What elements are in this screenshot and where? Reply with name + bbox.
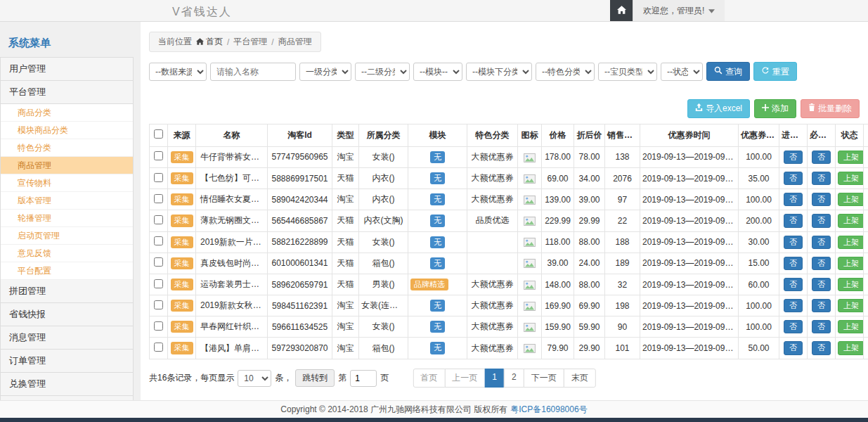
must-buy-toggle[interactable]: 否 — [812, 193, 831, 206]
status-button[interactable]: 上架 — [838, 214, 864, 227]
home-button[interactable] — [610, 0, 633, 21]
filter-module-subcategory[interactable]: --模块下分类-- — [466, 63, 532, 81]
sidebar-item-2[interactable]: 商品分类 — [1, 104, 133, 122]
row-checkbox[interactable] — [154, 279, 163, 288]
row-checkbox[interactable] — [154, 194, 163, 203]
breadcrumb-home-link[interactable]: 首页 — [196, 36, 223, 48]
filter-module[interactable]: --模块-- — [413, 63, 462, 81]
module-cell: 无 — [408, 252, 467, 274]
sidebar-item-1[interactable]: 平台管理 — [1, 81, 133, 104]
icp-link[interactable]: 粤ICP备16098006号 — [510, 404, 587, 416]
status-button[interactable]: 上架 — [838, 236, 864, 249]
select-all-checkbox[interactable] — [154, 129, 163, 139]
sidebar-item-3[interactable]: 模块商品分类 — [1, 122, 133, 139]
must-buy-toggle[interactable]: 否 — [812, 320, 831, 333]
pagination-page-1[interactable]: 1 — [484, 369, 505, 388]
feature-category: 品质优选 — [467, 210, 518, 231]
status-button[interactable]: 上架 — [838, 172, 864, 185]
must-buy-toggle[interactable]: 否 — [812, 341, 831, 354]
pagination-last[interactable]: 末页 — [564, 369, 596, 388]
feature-category: 大额优惠券 — [467, 189, 518, 210]
sidebar-item-5[interactable]: 商品管理 — [1, 157, 133, 174]
import-select-toggle[interactable]: 否 — [784, 214, 803, 227]
jump-button[interactable]: 跳转到 — [295, 369, 335, 387]
must-buy-toggle[interactable]: 否 — [812, 257, 831, 270]
import-select-toggle[interactable]: 否 — [784, 299, 803, 312]
must-buy-toggle[interactable]: 否 — [812, 299, 831, 312]
import-excel-button[interactable]: 导入excel — [687, 99, 750, 117]
sidebar-item-14[interactable]: 消息管理 — [1, 326, 133, 350]
batch-delete-button[interactable]: 批量删除 — [801, 99, 860, 117]
import-select-toggle[interactable]: 否 — [784, 257, 803, 270]
must-buy-toggle[interactable]: 否 — [812, 172, 831, 185]
sidebar-item-16[interactable]: 兑换管理 — [1, 373, 133, 396]
table-row: 采集情侣睡衣女夏长袖男士...589042420344淘宝内衣()无大额优惠券1… — [150, 189, 868, 210]
import-select-toggle[interactable]: 否 — [784, 193, 803, 206]
sidebar-item-4[interactable]: 特色分类 — [1, 139, 133, 157]
add-button[interactable]: 添加 — [754, 99, 796, 117]
row-checkbox[interactable] — [154, 236, 163, 245]
page-number-input[interactable] — [350, 370, 377, 387]
discount-price: 34.00 — [574, 167, 605, 188]
status-button[interactable]: 上架 — [838, 193, 864, 206]
import-select-toggle[interactable]: 否 — [784, 341, 803, 354]
row-checkbox[interactable] — [154, 215, 163, 224]
user-menu[interactable]: 欢迎您，管理员! — [633, 0, 725, 21]
import-select-toggle[interactable]: 否 — [784, 278, 803, 291]
coupon-time: 2019-09-13—2019-09-17 — [640, 295, 739, 316]
discount-price: 29.99 — [574, 210, 605, 231]
filter-item-type[interactable]: --宝贝类型-- — [598, 63, 657, 81]
import-select-toggle[interactable]: 否 — [784, 236, 803, 249]
import-select-toggle[interactable]: 否 — [784, 320, 803, 333]
status-button[interactable]: 上架 — [838, 299, 864, 312]
must-buy-toggle[interactable]: 否 — [812, 151, 831, 164]
sidebar-item-0[interactable]: 用户管理 — [1, 58, 133, 81]
status-button[interactable]: 上架 — [838, 151, 864, 164]
table-row: 采集2019新款一片式系...588216228899天猫女装()无118.00… — [150, 231, 868, 252]
source-badge: 采集 — [171, 151, 193, 163]
row-checkbox[interactable] — [154, 151, 163, 160]
filter-data-source[interactable]: --数据来源-- — [149, 63, 207, 81]
pagination-page-2[interactable]: 2 — [504, 369, 524, 388]
sidebar-item-9[interactable]: 启动页管理 — [1, 227, 133, 245]
status-button[interactable]: 上架 — [838, 320, 864, 333]
module-cell: 品牌精选爱上运动 — [408, 274, 467, 295]
row-checkbox[interactable] — [154, 300, 163, 309]
sidebar-item-11[interactable]: 平台配置 — [1, 262, 133, 280]
filter-status[interactable]: --状态-- — [661, 63, 703, 81]
sidebar-item-8[interactable]: 轮播管理 — [1, 210, 133, 227]
pagination-next[interactable]: 下一页 — [524, 369, 564, 388]
must-buy-toggle[interactable]: 否 — [812, 278, 831, 291]
import-select-toggle[interactable]: 否 — [784, 172, 803, 185]
sidebar-item-7[interactable]: 版本管理 — [1, 192, 133, 210]
sidebar-item-13[interactable]: 省钱快报 — [1, 303, 133, 326]
status-button[interactable]: 上架 — [838, 257, 864, 270]
sidebar-item-15[interactable]: 订单管理 — [1, 350, 133, 373]
product-name: 【港风】单肩斜挎链条... — [196, 338, 268, 359]
row-checkbox[interactable] — [154, 321, 163, 331]
row-checkbox[interactable] — [154, 173, 163, 182]
pagination-prev[interactable]: 上一页 — [444, 369, 485, 388]
import-select-toggle[interactable]: 否 — [784, 151, 803, 164]
coupon-time: 2019-09-13—2019-09-18 — [640, 167, 739, 188]
search-button[interactable]: 查询 — [706, 62, 750, 81]
product-name: 薄款无钢圈文胸聚拢性... — [196, 210, 268, 231]
must-buy-toggle[interactable]: 否 — [812, 214, 831, 227]
status-button[interactable]: 上架 — [838, 278, 864, 291]
reset-button[interactable]: 重置 — [753, 62, 797, 81]
per-page-select[interactable]: 10 — [238, 370, 271, 387]
filter-category-level2[interactable]: --二级分类-- — [355, 63, 410, 81]
must-buy-toggle[interactable]: 否 — [812, 236, 831, 249]
pagination-first[interactable]: 首页 — [413, 369, 445, 388]
name-search-input[interactable] — [210, 63, 296, 81]
row-checkbox[interactable] — [154, 257, 163, 267]
filter-category-level1[interactable]: 一级分类 — [299, 63, 351, 81]
coupon-time: 2019-09-13—2019-09-17 — [640, 146, 739, 167]
status-button[interactable]: 上架 — [838, 341, 864, 354]
filter-feature-category[interactable]: --特色分类-- — [536, 63, 595, 81]
row-checkbox[interactable] — [154, 343, 163, 352]
sidebar-item-10[interactable]: 意见反馈 — [1, 245, 133, 262]
sidebar-item-6[interactable]: 宣传物料 — [1, 174, 133, 192]
sidebar-item-12[interactable]: 拼团管理 — [1, 280, 133, 303]
table-header-row: 来源名称淘客Id类型所属分类模块特色分类图标价格折后价销售数量优惠券时间优惠券金… — [150, 124, 868, 146]
